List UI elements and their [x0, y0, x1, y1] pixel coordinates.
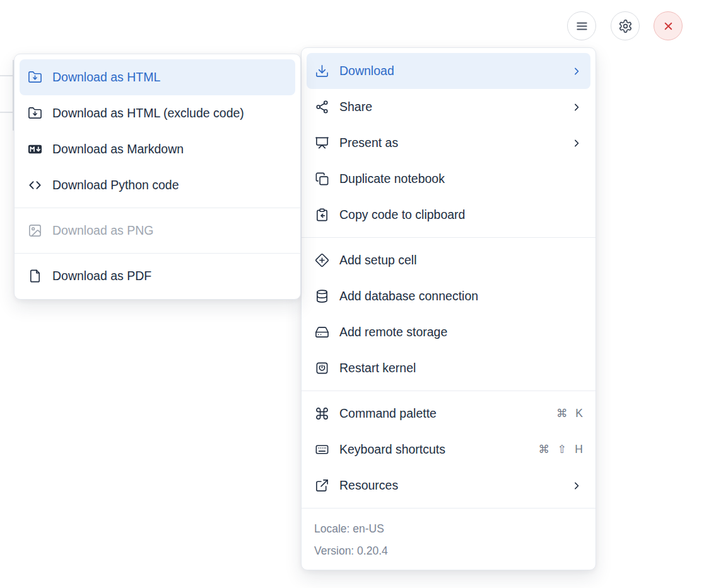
menu-item-label: Download as PDF	[52, 269, 151, 283]
notebook-actions-menu: Download Share Present	[301, 47, 596, 570]
locale-text: Locale: en-US	[302, 518, 595, 540]
menu-item-label: Download Python code	[52, 178, 179, 192]
download-submenu: Download as HTML Download as HTML (exclu…	[14, 54, 301, 300]
background-cell-border	[0, 75, 13, 76]
app-window: Download as HTML Download as HTML (exclu…	[0, 0, 704, 588]
menu-item-label: Add remote storage	[339, 325, 447, 339]
menu-item-restart-kernel[interactable]: Restart kernel	[307, 350, 590, 386]
folder-down-icon	[27, 69, 43, 85]
menu-item-label: Download	[339, 64, 394, 78]
menu-separator	[302, 508, 595, 509]
database-icon	[314, 288, 330, 304]
menu-item-download-as-html[interactable]: Download as HTML	[20, 59, 295, 95]
menu-item-duplicate-notebook[interactable]: Duplicate notebook	[307, 161, 590, 197]
menu-item-download-python-code[interactable]: Download Python code	[20, 167, 295, 203]
menu-item-label: Download as HTML (exclude code)	[52, 106, 244, 121]
background-cell-border	[0, 112, 13, 113]
menu-item-download[interactable]: Download	[307, 53, 590, 89]
menu-item-present-as[interactable]: Present as	[307, 125, 590, 161]
settings-button[interactable]	[611, 11, 640, 40]
menu-item-label: Restart kernel	[339, 361, 416, 375]
menu-item-label: Add setup cell	[339, 253, 417, 268]
keyboard-icon	[314, 442, 330, 457]
command-icon	[314, 406, 330, 421]
keyboard-shortcut-hint: ⌘ ⇧ H	[538, 443, 583, 456]
menu-item-label: Share	[339, 100, 372, 114]
menu-separator	[15, 253, 300, 254]
menu-item-label: Download as PNG	[52, 223, 153, 238]
markdown-icon	[27, 141, 43, 157]
menu-item-resources[interactable]: Resources	[307, 467, 590, 503]
menu-item-add-remote-storage[interactable]: Add remote storage	[307, 314, 590, 350]
menu-separator	[302, 391, 595, 391]
close-button[interactable]	[654, 11, 683, 40]
clipboard-copy-icon	[314, 207, 330, 223]
folder-down-icon	[27, 105, 43, 121]
menu-item-label: Present as	[339, 136, 398, 150]
chevron-right-icon	[570, 101, 583, 114]
menu-item-download-as-pdf[interactable]: Download as PDF	[20, 258, 295, 294]
file-icon	[27, 268, 43, 284]
chevron-right-icon	[570, 65, 583, 78]
menu-item-command-palette[interactable]: Command palette ⌘ K	[307, 396, 590, 432]
menu-item-keyboard-shortcuts[interactable]: Keyboard shortcuts ⌘ ⇧ H	[307, 432, 590, 467]
menu-item-label: Download as HTML	[52, 70, 160, 85]
menu-item-label: Add database connection	[339, 289, 478, 303]
external-link-icon	[314, 478, 330, 493]
menu-item-label: Resources	[339, 478, 398, 493]
version-text: Version: 0.20.4	[302, 540, 595, 562]
menu-item-share[interactable]: Share	[307, 89, 590, 125]
presentation-icon	[314, 135, 330, 151]
close-icon	[660, 18, 676, 34]
menu-item-download-as-html-exclude-code[interactable]: Download as HTML (exclude code)	[20, 95, 295, 131]
hamburger-icon	[574, 18, 590, 34]
menu-item-download-as-png: Download as PNG	[20, 213, 295, 249]
menu-footer: Locale: en-US Version: 0.20.4	[302, 513, 595, 565]
chevron-right-icon	[570, 479, 583, 492]
hard-drive-icon	[314, 324, 330, 340]
menu-item-add-database-connection[interactable]: Add database connection	[307, 278, 590, 314]
duplicate-icon	[314, 171, 330, 187]
menu-separator	[302, 237, 595, 238]
menu-item-label: Command palette	[339, 406, 437, 421]
menu-item-label: Download as Markdown	[52, 142, 184, 156]
menu-item-label: Keyboard shortcuts	[339, 442, 445, 457]
menu-separator	[15, 208, 300, 208]
menu-item-download-as-markdown[interactable]: Download as Markdown	[20, 131, 295, 167]
code-icon	[27, 177, 43, 193]
power-icon	[314, 360, 330, 376]
chevron-right-icon	[570, 137, 583, 150]
gear-icon	[618, 18, 633, 34]
diamond-plus-icon	[314, 252, 330, 268]
keyboard-shortcut-hint: ⌘ K	[556, 407, 583, 420]
menu-item-copy-code-to-clipboard[interactable]: Copy code to clipboard	[307, 197, 590, 233]
menu-item-label: Duplicate notebook	[339, 172, 445, 186]
image-icon	[27, 223, 43, 238]
menu-item-add-setup-cell[interactable]: Add setup cell	[307, 242, 590, 278]
share-icon	[314, 99, 330, 115]
download-icon	[314, 63, 330, 79]
menu-button[interactable]	[567, 11, 596, 40]
menu-item-label: Copy code to clipboard	[339, 208, 465, 222]
